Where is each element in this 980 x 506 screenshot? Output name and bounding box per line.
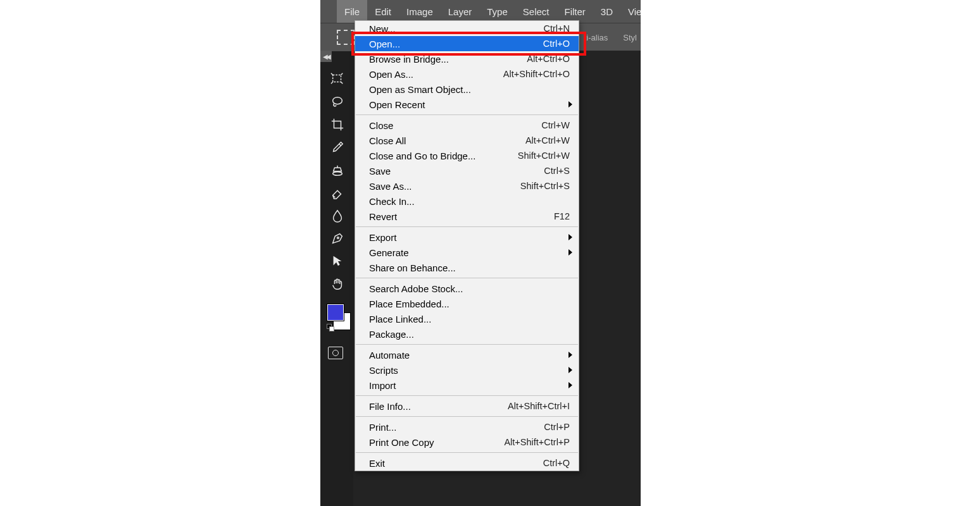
- menu-type[interactable]: Type: [479, 0, 515, 23]
- menuitem-browse-in-bridge[interactable]: Browse in Bridge...Alt+Ctrl+O: [355, 51, 579, 66]
- menu-filter[interactable]: Filter: [557, 0, 593, 23]
- menu-separator: [356, 395, 578, 396]
- menuitem-label: Close: [369, 120, 541, 131]
- default-colors-icon[interactable]: [327, 324, 333, 330]
- menuitem-label: Check In...: [369, 196, 570, 207]
- menuitem-label: Export: [369, 232, 570, 243]
- menuitem-check-in[interactable]: Check In...: [355, 194, 579, 209]
- hand-tool[interactable]: [328, 276, 347, 292]
- menuitem-shortcut: Ctrl+N: [544, 23, 570, 34]
- color-swatches[interactable]: [327, 304, 349, 335]
- menuitem-open-as[interactable]: Open As...Alt+Shift+Ctrl+O: [355, 66, 579, 82]
- clone-stamp-tool[interactable]: [328, 162, 347, 178]
- menuitem-revert[interactable]: RevertF12: [355, 209, 579, 224]
- menuitem-place-embedded[interactable]: Place Embedded...: [355, 296, 579, 311]
- menuitem-new[interactable]: New...Ctrl+N: [355, 21, 579, 36]
- blur-tool[interactable]: [328, 207, 347, 224]
- menu-3d[interactable]: 3D: [593, 0, 620, 23]
- menuitem-close-and-go-to-bridge[interactable]: Close and Go to Bridge...Shift+Ctrl+W: [355, 148, 579, 163]
- menu-separator: [356, 344, 578, 345]
- menuitem-label: File Info...: [369, 401, 508, 412]
- menubar: Ps FileEditImageLayerTypeSelectFilter3DV…: [320, 0, 641, 23]
- menuitem-shortcut: Alt+Ctrl+O: [527, 54, 570, 64]
- menuitem-close-all[interactable]: Close AllAlt+Ctrl+W: [355, 133, 579, 148]
- menuitem-label: New...: [369, 23, 544, 34]
- menuitem-label: Package...: [369, 329, 570, 340]
- menuitem-print-one-copy[interactable]: Print One CopyAlt+Shift+Ctrl+P: [355, 435, 579, 450]
- eyedropper-tool[interactable]: [328, 139, 347, 156]
- menuitem-exit[interactable]: ExitCtrl+Q: [355, 455, 579, 471]
- menuitem-label: Open as Smart Object...: [369, 84, 570, 95]
- menuitem-save[interactable]: SaveCtrl+S: [355, 163, 579, 178]
- menuitem-label: Revert: [369, 211, 554, 222]
- menuitem-label: Print One Copy: [369, 437, 504, 448]
- menuitem-label: Share on Behance...: [369, 262, 570, 273]
- menu-edit[interactable]: Edit: [367, 0, 399, 23]
- options-trail: ti-alias Styl: [584, 33, 637, 42]
- lasso-tool[interactable]: [328, 94, 347, 110]
- antialias-label-fragment: ti-alias: [584, 33, 608, 42]
- menu-separator: [356, 278, 578, 278]
- menuitem-file-info[interactable]: File Info...Alt+Shift+Ctrl+I: [355, 398, 579, 414]
- menuitem-label: Close and Go to Bridge...: [369, 151, 518, 161]
- menuitem-shortcut: Ctrl+S: [544, 166, 570, 176]
- menuitem-generate[interactable]: Generate: [355, 245, 579, 260]
- menu-layer[interactable]: Layer: [441, 0, 480, 23]
- menuitem-open-as-smart-object[interactable]: Open as Smart Object...: [355, 82, 579, 97]
- menuitem-import[interactable]: Import: [355, 378, 579, 393]
- menuitem-open[interactable]: Open...Ctrl+O: [355, 36, 579, 51]
- menuitem-label: Print...: [369, 422, 544, 433]
- menuitem-label: Browse in Bridge...: [369, 54, 527, 65]
- style-label-fragment: Styl: [623, 33, 637, 42]
- menuitem-open-recent[interactable]: Open Recent: [355, 97, 579, 112]
- menuitem-shortcut: Ctrl+Q: [543, 458, 570, 468]
- path-selection-tool[interactable]: [328, 253, 347, 269]
- menu-vie[interactable]: Vie: [620, 0, 649, 23]
- artboard-tool[interactable]: [328, 71, 347, 87]
- menuitem-place-linked[interactable]: Place Linked...: [355, 311, 579, 326]
- menu-file[interactable]: File: [337, 0, 367, 23]
- rectangular-marquee-icon[interactable]: [337, 30, 355, 45]
- pen-tool[interactable]: [328, 230, 347, 247]
- svg-point-5: [337, 237, 339, 239]
- chevron-left-double-icon: ◀◀: [323, 53, 329, 60]
- menuitem-label: Open As...: [369, 69, 503, 80]
- menuitem-shortcut: F12: [554, 211, 570, 221]
- menuitem-share-on-behance[interactable]: Share on Behance...: [355, 260, 579, 275]
- eraser-tool[interactable]: [328, 185, 347, 201]
- menuitem-shortcut: Ctrl+W: [541, 120, 570, 130]
- svg-point-3: [333, 97, 342, 104]
- menuitem-label: Close All: [369, 135, 525, 146]
- menuitem-shortcut: Alt+Shift+Ctrl+O: [503, 69, 570, 79]
- menuitem-print[interactable]: Print...Ctrl+P: [355, 419, 579, 435]
- menuitem-shortcut: Shift+Ctrl+W: [518, 151, 570, 161]
- menuitem-label: Save: [369, 166, 544, 176]
- menu-image[interactable]: Image: [399, 0, 441, 23]
- menuitem-label: Scripts: [369, 365, 570, 376]
- menuitem-label: Place Linked...: [369, 314, 570, 324]
- menuitem-label: Import: [369, 380, 570, 391]
- chevron-right-icon: [569, 352, 572, 358]
- panel-collapse-button[interactable]: ◀◀: [320, 51, 332, 62]
- menu-select[interactable]: Select: [515, 0, 557, 23]
- menuitem-save-as[interactable]: Save As...Shift+Ctrl+S: [355, 178, 579, 194]
- menuitem-shortcut: Alt+Shift+Ctrl+P: [504, 437, 570, 447]
- menuitem-label: Place Embedded...: [369, 299, 570, 309]
- menuitem-search-adobe-stock[interactable]: Search Adobe Stock...: [355, 281, 579, 296]
- menu-separator: [356, 114, 578, 115]
- menu-separator: [356, 452, 578, 453]
- foreground-color-swatch[interactable]: [327, 304, 344, 321]
- menuitem-automate[interactable]: Automate: [355, 347, 579, 362]
- menuitem-label: Search Adobe Stock...: [369, 283, 570, 294]
- svg-point-4: [333, 172, 342, 176]
- quick-mask-button[interactable]: [328, 347, 343, 359]
- svg-rect-2: [333, 75, 341, 82]
- menuitem-close[interactable]: CloseCtrl+W: [355, 118, 579, 133]
- menuitem-label: Open...: [369, 39, 543, 49]
- chevron-right-icon: [569, 249, 572, 256]
- menuitem-export[interactable]: Export: [355, 230, 579, 245]
- menuitem-scripts[interactable]: Scripts: [355, 362, 579, 378]
- crop-tool[interactable]: [328, 116, 347, 133]
- menu-separator: [356, 226, 578, 227]
- menuitem-package[interactable]: Package...: [355, 326, 579, 342]
